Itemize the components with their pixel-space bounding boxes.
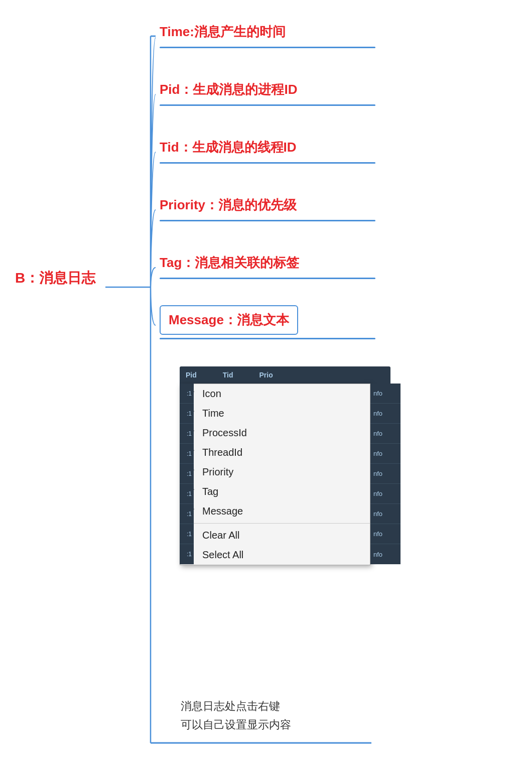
menu-item-processid[interactable]: ✓ ProcessId xyxy=(180,423,370,443)
menu-separator xyxy=(180,523,370,524)
left-nfc-row-6: :1 xyxy=(180,484,194,504)
menu-item-message-label: Message xyxy=(202,505,243,517)
menu-item-icon[interactable]: ✓ Icon xyxy=(180,384,370,404)
left-nfc-row-1: :1 xyxy=(180,384,194,404)
nfc-row-1: nfo xyxy=(370,384,401,404)
left-nfc-column: :1 :1 :1 :1 :1 :1 :1 :1 :1 xyxy=(180,384,194,564)
menu-item-processid-label: ProcessId xyxy=(202,427,247,439)
left-nfc-row-3: :1 xyxy=(180,424,194,444)
menu-action-select-all[interactable]: Select All xyxy=(180,545,370,565)
node-message-label: Message：消息文本 xyxy=(169,309,289,330)
node-time-underline xyxy=(160,47,375,48)
node-priority-label: Priority：消息的优先级 xyxy=(160,193,375,217)
header-col-tid: Tid xyxy=(223,371,233,379)
node-time-label: Time:消息产生的时间 xyxy=(160,20,375,44)
menu-item-tag[interactable]: ✓ Tag xyxy=(180,482,370,501)
menu-item-message[interactable]: ✓ Message xyxy=(180,501,370,521)
menu-item-threadid[interactable]: ✓ ThreadId xyxy=(180,443,370,462)
node-tid-label: Tid：生成消息的线程ID xyxy=(160,136,375,159)
root-label: B：消息日志 xyxy=(15,269,95,288)
nfc-row-5: nfo xyxy=(370,464,401,484)
node-priority-underline xyxy=(160,220,375,221)
menu-item-tag-label: Tag xyxy=(202,486,218,497)
node-message: Message：消息文本 xyxy=(160,305,375,339)
node-pid: Pid：生成消息的进程ID xyxy=(160,78,375,106)
menu-header-bar: Pid Tid Prio xyxy=(180,366,390,384)
left-nfc-row-8: :1 xyxy=(180,524,194,544)
nfc-row-2: nfo xyxy=(370,404,401,424)
node-priority: Priority：消息的优先级 xyxy=(160,193,375,221)
header-col-prio: Prio xyxy=(259,371,273,379)
node-tag: Tag：消息相关联的标签 xyxy=(160,251,375,279)
nfc-row-4: nfo xyxy=(370,444,401,464)
context-menu: ✓ Icon ✓ Time ✓ ProcessId ✓ ThreadId ✓ P… xyxy=(180,384,370,565)
node-tid-underline xyxy=(160,162,375,164)
node-pid-label: Pid：生成消息的进程ID xyxy=(160,78,375,101)
nfc-row-3: nfo xyxy=(370,424,401,444)
menu-item-priority-label: Priority xyxy=(202,466,233,478)
node-tid: Tid：生成消息的线程ID xyxy=(160,136,375,164)
menu-item-time[interactable]: ✓ Time xyxy=(180,404,370,423)
left-nfc-row-9: :1 xyxy=(180,544,194,564)
menu-item-time-label: Time xyxy=(202,408,224,419)
menu-item-threadid-label: ThreadId xyxy=(202,447,242,458)
annotation-line2: 可以自己设置显示内容 xyxy=(181,715,291,734)
message-box: Message：消息文本 xyxy=(160,305,298,335)
left-nfc-row-2: :1 xyxy=(180,404,194,424)
nfc-row-7: nfo xyxy=(370,504,401,524)
menu-item-icon-label: Icon xyxy=(202,388,221,400)
left-nfc-row-7: :1 xyxy=(180,504,194,524)
node-message-underline xyxy=(160,338,375,339)
left-nfc-row-4: :1 xyxy=(180,444,194,464)
node-tag-underline xyxy=(160,278,375,279)
select-all-label: Select All xyxy=(202,549,243,561)
menu-item-priority[interactable]: ✓ Priority xyxy=(180,462,370,482)
node-pid-underline xyxy=(160,104,375,106)
nfc-row-6: nfo xyxy=(370,484,401,504)
menu-action-clear-all[interactable]: Clear All xyxy=(180,526,370,545)
nfc-row-8: nfo xyxy=(370,524,401,544)
nfc-row-9: nfo xyxy=(370,544,401,564)
clear-all-label: Clear All xyxy=(202,530,239,541)
node-time: Time:消息产生的时间 xyxy=(160,20,375,48)
node-tag-label: Tag：消息相关联的标签 xyxy=(160,251,375,275)
mind-map: B：消息日志 Time:消息产生的时间 Pid：生成消息的进程ID Tid：生成… xyxy=(0,0,532,760)
left-nfc-row-5: :1 xyxy=(180,464,194,484)
annotation: 消息日志处点击右键 可以自己设置显示内容 xyxy=(181,697,291,734)
header-col-pid: Pid xyxy=(186,371,197,379)
nfc-column: nfo nfo nfo nfo nfo nfo nfo nfo nfo xyxy=(370,384,401,564)
annotation-line1: 消息日志处点击右键 xyxy=(181,697,291,715)
root-node: B：消息日志 xyxy=(15,269,95,288)
